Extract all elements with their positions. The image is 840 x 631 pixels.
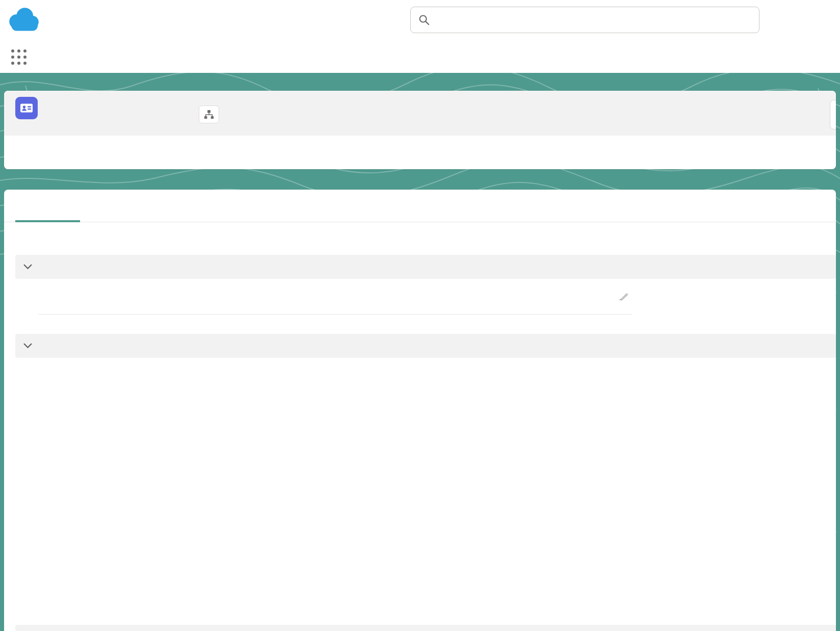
record-detail-panel: [4, 190, 836, 631]
app-navigation-bar: [0, 43, 840, 73]
global-search-input[interactable]: [436, 14, 752, 27]
related-list-quick-links: [4, 136, 836, 169]
header-action-button-partial[interactable]: [830, 100, 836, 129]
next-section-header-cutoff: [15, 625, 836, 631]
global-header: [0, 0, 840, 43]
contact-entity-icon: [15, 97, 38, 119]
section-header-summary[interactable]: [15, 255, 836, 279]
salesforce-logo: [5, 3, 43, 37]
global-search: [410, 7, 759, 33]
view-hierarchy-button[interactable]: [199, 106, 219, 123]
salesforce-contact-page: [0, 0, 840, 631]
edit-pencil-icon[interactable]: [617, 291, 629, 302]
chevron-down-icon: [23, 264, 32, 270]
record-highlights-panel: [4, 91, 836, 169]
section-header-contact-information[interactable]: [15, 334, 836, 358]
active-tab-underline: [15, 220, 80, 222]
chevron-down-icon: [23, 343, 32, 349]
field-row-summary: [38, 279, 632, 314]
app-launcher-icon[interactable]: [11, 49, 29, 67]
search-icon: [418, 14, 430, 26]
